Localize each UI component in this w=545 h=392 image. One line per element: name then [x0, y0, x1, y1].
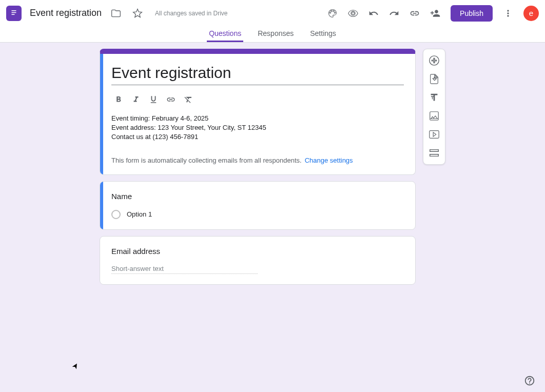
radio-option[interactable]: Option 1	[111, 210, 404, 219]
change-settings-link[interactable]: Change settings	[305, 156, 353, 164]
notice-text: This form is automatically collecting em…	[111, 156, 302, 164]
short-answer-placeholder: Short-answer text	[111, 265, 258, 274]
star-button[interactable]	[128, 4, 147, 23]
palette-icon	[327, 8, 338, 18]
add-video-button[interactable]	[426, 126, 442, 143]
option-label: Option 1	[127, 210, 152, 218]
mouse-cursor: ➤	[69, 361, 81, 371]
document-title[interactable]: Event registration	[30, 8, 102, 18]
form-description-input[interactable]: Event timing: February 4-6, 2025 Event a…	[111, 114, 404, 142]
account-avatar[interactable]: e	[523, 6, 539, 21]
import-icon	[429, 73, 440, 85]
bold-icon	[114, 95, 123, 104]
clear-format-button[interactable]	[181, 92, 196, 107]
question-card-name[interactable]: Name Option 1	[100, 181, 416, 230]
eye-icon	[348, 8, 358, 18]
add-circle-icon	[429, 55, 440, 66]
person-add-icon	[430, 8, 440, 18]
bold-button[interactable]	[111, 92, 126, 107]
tab-questions[interactable]: Questions	[207, 26, 243, 42]
redo-icon	[389, 8, 399, 18]
image-icon	[429, 110, 440, 122]
section-icon	[429, 147, 440, 159]
theme-button[interactable]	[323, 4, 342, 23]
redo-button[interactable]	[385, 4, 403, 23]
email-collection-notice: This form is automatically collecting em…	[111, 150, 404, 164]
more-button[interactable]	[499, 4, 517, 23]
undo-icon	[368, 8, 379, 18]
link-icon	[410, 8, 420, 18]
question-card-email[interactable]: Email address Short-answer text	[100, 236, 416, 285]
italic-button[interactable]	[129, 92, 143, 107]
link-button[interactable]	[405, 4, 424, 23]
form-header-card[interactable]: Event registration Event timing: Februar…	[100, 49, 416, 175]
underline-button[interactable]	[146, 92, 161, 107]
more-vert-icon	[503, 8, 513, 18]
app-header: Event registration All changes saved in …	[0, 0, 545, 43]
folder-icon	[111, 8, 121, 18]
link-icon	[166, 95, 176, 104]
tab-settings[interactable]: Settings	[308, 26, 338, 42]
add-title-button[interactable]	[426, 89, 442, 106]
question-title[interactable]: Name	[111, 192, 404, 201]
undo-button[interactable]	[364, 4, 383, 23]
insert-link-button[interactable]	[164, 92, 178, 107]
preview-button[interactable]	[344, 4, 362, 23]
question-title[interactable]: Email address	[111, 247, 404, 256]
share-button[interactable]	[426, 4, 444, 23]
publish-button[interactable]: Publish	[451, 5, 493, 22]
header-actions: Publish e	[323, 4, 539, 23]
italic-icon	[131, 95, 141, 104]
form-column: Event registration Event timing: Februar…	[100, 49, 416, 291]
tabs-bar: Questions Responses Settings	[0, 26, 545, 42]
import-questions-button[interactable]	[426, 71, 442, 87]
floating-toolbar	[423, 49, 445, 165]
help-icon	[524, 375, 535, 386]
add-section-button[interactable]	[426, 145, 442, 161]
tab-responses[interactable]: Responses	[256, 26, 296, 42]
move-folder-button[interactable]	[107, 4, 125, 23]
add-image-button[interactable]	[426, 108, 442, 124]
clear-format-icon	[184, 95, 193, 104]
radio-icon	[111, 210, 121, 219]
video-icon	[429, 129, 440, 140]
save-status: All changes saved in Drive	[155, 10, 227, 17]
underline-icon	[149, 95, 158, 104]
forms-logo[interactable]	[6, 6, 22, 21]
title-icon-group	[107, 4, 147, 23]
add-question-button[interactable]	[426, 52, 442, 69]
form-title-input[interactable]: Event registration	[111, 64, 404, 85]
text-icon	[429, 92, 440, 103]
format-toolbar	[111, 90, 404, 107]
help-button[interactable]	[522, 374, 537, 388]
form-canvas: Event registration Event timing: Februar…	[0, 43, 545, 291]
star-icon	[132, 8, 143, 18]
header-top-bar: Event registration All changes saved in …	[0, 0, 545, 26]
